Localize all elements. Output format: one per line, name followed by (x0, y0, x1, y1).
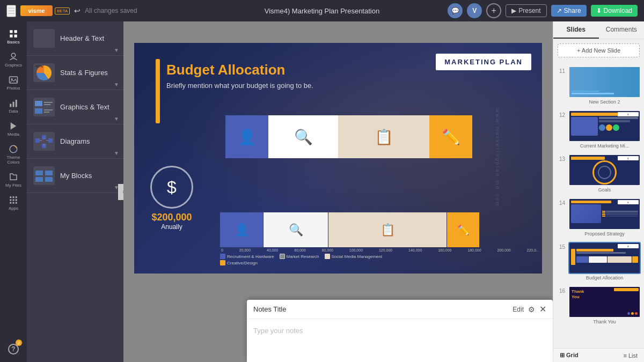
notes-gear-button[interactable]: ⚙ (528, 305, 535, 314)
menu-button[interactable]: ☰ (6, 5, 16, 17)
slide-thumb-15[interactable]: 15 2 (555, 240, 642, 284)
sidebar-item-basics[interactable]: Basics (0, 26, 27, 48)
slides-tabs: Slides Comments (553, 21, 644, 39)
notes-title: Notes Title (253, 305, 508, 313)
diagrams-label: Diagrams (60, 137, 90, 145)
slide-num-15: 15 (557, 244, 565, 250)
panel-item-my-blocks[interactable]: My Blocks ▼ (27, 159, 123, 193)
notes-close-button[interactable]: ✕ (539, 304, 546, 314)
slide-thumb-16[interactable]: 16 ThankYou Thank You (555, 284, 642, 328)
sidebar-item-graphics[interactable]: Graphics (0, 49, 27, 71)
sidebar-item-theme-colors[interactable]: Theme Colors (0, 141, 27, 168)
svg-rect-2 (10, 35, 12, 38)
stats-arrow: ▼ (114, 82, 119, 87)
help-button[interactable]: ? 2 (6, 341, 21, 358)
svg-rect-1 (14, 30, 17, 33)
panel-item-diagrams[interactable]: Diagrams ▼ (27, 124, 123, 159)
legend-label-research: Market Research (287, 254, 319, 259)
svg-rect-0 (10, 30, 12, 33)
share-button[interactable]: ↗ Share (551, 5, 587, 17)
present-button[interactable]: ▶ Present (506, 4, 546, 17)
slide-thumb-14[interactable]: 14 5 (555, 196, 642, 240)
svg-rect-12 (10, 196, 11, 198)
slide-title: Budget Allocation (166, 62, 313, 78)
bottom-controls: ⊞ Grid ≡ List (553, 348, 644, 362)
icon-box-1: 👤 (225, 115, 268, 158)
photos-label: Photos (7, 86, 20, 91)
slide-preview-16: ThankYou (568, 286, 641, 318)
sidebar-item-photos[interactable]: Photos (0, 72, 27, 94)
comment-button[interactable]: 💬 (448, 3, 463, 18)
icon-row: 👤 🔍 📋 ✏️ (225, 115, 472, 158)
add-collaborator-button[interactable]: + (486, 3, 501, 18)
notification-badge: 2 (16, 339, 22, 346)
panel-item-graphics-text[interactable]: Graphics & Text ▼ (27, 90, 123, 124)
slide-thumb-13[interactable]: 13 5 (555, 152, 642, 196)
my-files-label: My Files (5, 183, 21, 188)
panel-item-header-text[interactable]: Header & Text ▼ (27, 21, 123, 56)
sidebar-item-apps[interactable]: Apps (0, 192, 27, 214)
logo: visme BETA (20, 5, 70, 16)
main-layout: Basics Graphics Photos Data Media Theme … (0, 21, 644, 362)
legend-row2: Creative/Design (220, 260, 539, 265)
graphics-label: Graphics (5, 63, 22, 68)
svg-rect-9 (16, 100, 17, 107)
svg-rect-17 (16, 200, 17, 201)
presentation-title: Visme4) Marketing Plan Presentation (265, 7, 379, 15)
tab-comments[interactable]: Comments (599, 21, 645, 39)
diagrams-icon (33, 132, 55, 151)
panel-item-stats[interactable]: 40% Stats & Figures ▼ (27, 56, 123, 90)
tab-slides[interactable]: Slides (553, 21, 599, 39)
slide-thumb-12[interactable]: 12 (555, 108, 642, 152)
theme-colors-label: Theme Colors (2, 155, 25, 165)
bars: 👤 🔍 📋 ✏️ (220, 212, 539, 247)
list-view-button[interactable]: ≡ List (621, 351, 640, 360)
grid-view-button[interactable]: ⊞ Grid (558, 351, 581, 360)
legend-label-social: Social Media Management (332, 254, 383, 259)
svg-rect-13 (13, 196, 14, 198)
svg-rect-16 (13, 200, 14, 201)
slide-background: MARKETING PLAN Budget Allocation Briefly… (134, 43, 542, 274)
my-blocks-icon (33, 166, 55, 185)
slide-canvas[interactable]: MARKETING PLAN Budget Allocation Briefly… (134, 43, 542, 274)
slide-num-12: 12 (557, 112, 565, 118)
bar-creative: ✏️ (447, 212, 479, 247)
undo-button[interactable]: ↩ (74, 6, 80, 15)
chart-legend: Recruitment & Hardware Market Research S… (220, 254, 539, 259)
slide-num-16: 16 (557, 288, 565, 294)
slide-label-12: Current Marketing Mi... (568, 142, 641, 150)
notes-edit-button[interactable]: Edit (513, 306, 524, 313)
slide-preview-15: 2 (568, 242, 641, 274)
list-icon: ≡ (623, 352, 626, 359)
slides-panel: Slides Comments + Add New Slide 11 New S… (553, 21, 644, 362)
download-button[interactable]: ⬇ Download (591, 5, 638, 17)
panel-collapse-button[interactable]: › (118, 184, 123, 200)
sidebar-item-my-files[interactable]: My Files (0, 169, 27, 191)
apps-label: Apps (9, 206, 18, 211)
slide-header: Budget Allocation Briefly mention what y… (166, 62, 313, 90)
orange-accent-bar (156, 59, 160, 123)
svg-rect-8 (13, 102, 14, 107)
header-text-arrow: ▼ (114, 47, 119, 53)
marketing-plan-badge: MARKETING PLAN (436, 54, 531, 70)
slide-subtitle: Briefly mention what your budget is goin… (166, 82, 313, 90)
notes-body[interactable]: Type your notes (247, 319, 553, 362)
svg-rect-37 (35, 177, 43, 182)
svg-rect-20 (16, 202, 17, 204)
sidebar-item-data[interactable]: Data (0, 95, 27, 117)
sidebar-item-media[interactable]: Media (0, 118, 27, 140)
svg-rect-14 (16, 196, 17, 198)
add-slide-button[interactable]: + Add New Slide (558, 43, 640, 57)
my-blocks-label: My Blocks (60, 172, 92, 180)
header-text-label: Header & Text (60, 34, 104, 42)
legend-item-creative: Creative/Design (220, 260, 258, 265)
bar-recruitment: 👤 (220, 212, 263, 247)
avatar-button[interactable]: V (467, 3, 482, 18)
legend-dot-creative (220, 260, 225, 265)
icon-sidebar: Basics Graphics Photos Data Media Theme … (0, 21, 27, 362)
logo-image: visme (20, 5, 53, 16)
slide-label-16: Thank You (568, 318, 641, 326)
slide-thumb-11[interactable]: 11 New Section 2 (555, 64, 642, 108)
share-icon: ↗ (557, 7, 562, 14)
slide-preview-13: 5 (568, 154, 641, 186)
